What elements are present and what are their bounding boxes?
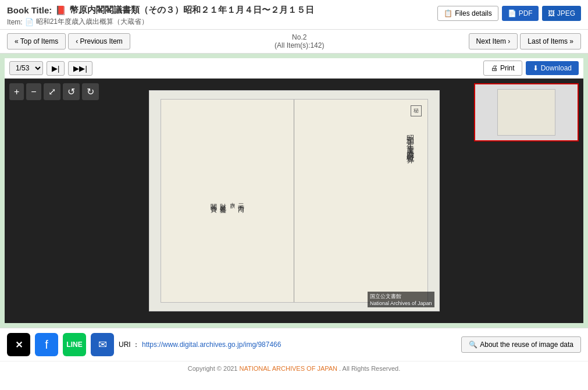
item-icon: 📄 — [25, 18, 34, 26]
copyright-org-link[interactable]: NATIONAL ARCHIVES OF JAPAN — [240, 365, 340, 372]
book-title-label: Book Title: — [7, 5, 52, 15]
navigation-bar: « Top of Items ‹ Previous Item No.2 (All… — [0, 30, 588, 54]
copyright-org: NATIONAL ARCHIVES OF JAPAN — [240, 365, 338, 372]
document-image: 二千万円内訳財産処置関係費 秘 昭和二十一年度歳入歳出概算 国立公文書館Nati… — [149, 90, 440, 311]
viewer-container: 1/53 ▶| ▶▶| 🖨 Print ⬇ Download + − ⤢ ↺ ↻ — [0, 54, 588, 328]
book-title-text: 幣原内閣閣議書類（その３）昭和２１年１月４日〜２月１５日 — [70, 5, 314, 16]
line-button[interactable]: LINE — [63, 333, 86, 356]
next-item-button[interactable]: Next Item › — [469, 33, 518, 49]
download-icon: ⬇ — [533, 64, 539, 72]
pdf-button[interactable]: 📄 PDF — [502, 6, 539, 21]
mail-icon: ✉ — [98, 338, 107, 351]
viewer-toolbar: 1/53 ▶| ▶▶| 🖨 Print ⬇ Download — [5, 58, 583, 79]
twitter-x-icon: ✕ — [15, 339, 23, 350]
uri-link[interactable]: https://www.digital.archives.go.jp/img/9… — [142, 341, 281, 349]
viewer-image-area: + − ⤢ ↺ ↻ 二千万円内訳財産処置関係費 秘 昭和二十一年度歳入歳出概算 … — [5, 79, 583, 323]
reuse-button[interactable]: 🔍 About the reuse of image data — [461, 336, 581, 353]
page-selector[interactable]: 1/53 — [9, 61, 43, 75]
twitter-x-button[interactable]: ✕ — [7, 333, 30, 356]
download-button[interactable]: ⬇ Download — [526, 61, 579, 75]
previous-item-button[interactable]: ‹ Previous Item — [68, 33, 130, 49]
pdf-icon: 📄 — [508, 9, 516, 17]
zoom-out-button[interactable]: − — [26, 83, 41, 100]
fullscreen-button[interactable]: ⤢ — [44, 83, 60, 100]
viewer-controls: + − ⤢ ↺ ↻ — [9, 83, 99, 100]
watermark: 国立公文書館National Archives of Japan — [368, 292, 434, 307]
secret-stamp: 秘 — [411, 105, 422, 116]
header-buttons: 📋 Files details 📄 PDF 🖼 JPEG — [437, 6, 581, 21]
item-info: Item: 📄 昭和21年度歳入歳出概算（大蔵省） — [7, 17, 437, 27]
print-icon: 🖨 — [491, 64, 498, 72]
search-icon: 🔍 — [469, 341, 477, 349]
item-text: 昭和21年度歳入歳出概算（大蔵省） — [36, 17, 148, 27]
print-button[interactable]: 🖨 Print — [483, 61, 522, 76]
left-page-text: 二千万円内訳財産処置関係費 — [209, 198, 245, 203]
right-page-title: 昭和二十一年度歳入歳出概算 — [405, 129, 415, 151]
zoom-in-button[interactable]: + — [9, 83, 24, 100]
document-right-page: 秘 昭和二十一年度歳入歳出概算 — [294, 100, 427, 302]
rotate-left-button[interactable]: ↺ — [63, 83, 80, 100]
facebook-button[interactable]: f — [35, 333, 58, 356]
uri-label: URI ： — [119, 340, 140, 350]
line-icon: LINE — [66, 341, 82, 349]
next-page-button[interactable]: ▶| — [47, 61, 65, 76]
book-title: Book Title: 📕 幣原内閣閣議書類（その３）昭和２１年１月４日〜２月１… — [7, 5, 437, 16]
mail-button[interactable]: ✉ — [91, 333, 114, 356]
files-details-button[interactable]: 📋 Files details — [437, 6, 498, 21]
jpeg-button[interactable]: 🖼 JPEG — [542, 6, 581, 21]
document-left-page: 二千万円内訳財産処置関係費 — [161, 100, 295, 302]
last-page-button[interactable]: ▶▶| — [68, 61, 92, 76]
thumbnail-preview — [474, 83, 579, 141]
copyright-text: Copyright © 2021 — [188, 365, 238, 372]
book-icon: 📕 — [55, 5, 66, 16]
facebook-icon: f — [45, 338, 48, 352]
last-of-items-button[interactable]: Last of Items » — [520, 33, 581, 49]
copyright-rest: . All Rights Reserved. — [339, 365, 400, 372]
uri-section: URI ： https://www.digital.archives.go.jp… — [119, 340, 281, 350]
footer-social: ✕ f LINE ✉ URI ： https://www.digital.arc… — [0, 328, 588, 361]
files-icon: 📋 — [444, 9, 452, 17]
copyright-bar: Copyright © 2021 NATIONAL ARCHIVES OF JA… — [0, 361, 588, 375]
thumbnail-doc — [497, 89, 555, 136]
rotate-right-button[interactable]: ↻ — [82, 83, 99, 100]
page-number-info: No.2 (All Item(s):142) — [275, 33, 324, 49]
top-of-items-button[interactable]: « Top of Items — [7, 33, 66, 49]
jpeg-icon: 🖼 — [548, 9, 555, 17]
item-label: Item: — [7, 18, 23, 26]
